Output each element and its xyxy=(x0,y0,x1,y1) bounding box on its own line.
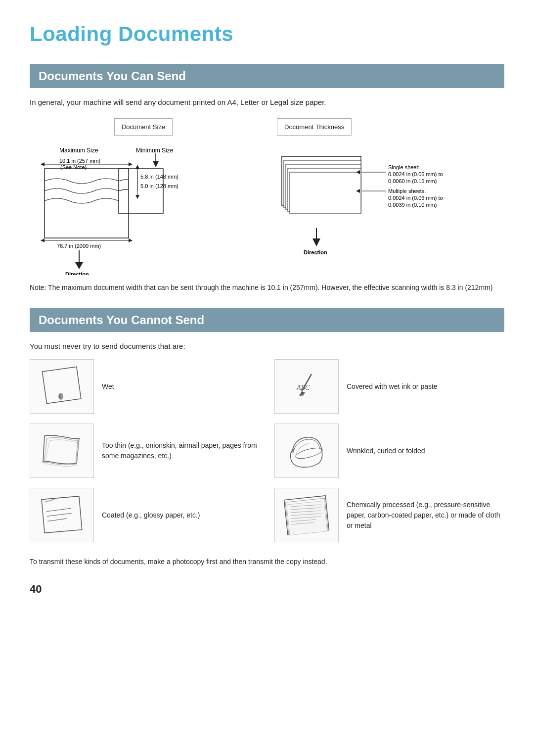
svg-line-51 xyxy=(47,519,67,521)
page-title: Loading Documents xyxy=(30,20,504,49)
document-thickness-label: Document Thickness xyxy=(284,123,344,131)
max-size-label: Maximum Size xyxy=(59,147,98,154)
svg-text:(See Note): (See Note) xyxy=(60,164,87,170)
svg-text:Multiple sheets:: Multiple sheets: xyxy=(388,188,426,194)
section2-header: Documents You Cannot Send xyxy=(30,308,504,332)
svg-text:Direction: Direction xyxy=(304,249,327,255)
svg-rect-2 xyxy=(44,169,129,238)
min-size-label: Minimum Size xyxy=(136,147,174,154)
wrinkled-image xyxy=(274,424,339,478)
wet-image: ò xyxy=(30,359,94,414)
list-item: Too thin (e.g., onionskin, airmail paper… xyxy=(30,424,260,478)
list-item: ò Wet xyxy=(30,359,260,414)
wrinkled-label: Wrinkled, curled or folded xyxy=(347,446,504,456)
you-must-text: You must never try to send documents tha… xyxy=(30,341,504,351)
list-item: ABC Covered with wet ink or paste xyxy=(274,359,504,414)
svg-text:5.8 in (148 mm): 5.8 in (148 mm) xyxy=(140,174,178,180)
document-thickness-label-box: Document Thickness xyxy=(277,118,352,135)
svg-text:Direction: Direction xyxy=(65,271,89,275)
page-number: 40 xyxy=(30,582,504,597)
svg-text:0.0024 in (0.06 mm) to: 0.0024 in (0.06 mm) to xyxy=(388,195,443,201)
list-item: Chemically processed (e.g., pressure-sen… xyxy=(274,488,504,542)
svg-text:Single sheet:: Single sheet: xyxy=(388,164,420,170)
svg-text:5.0 in (128 mm): 5.0 in (128 mm) xyxy=(140,183,178,189)
svg-text:0.0024 in (0.06 mm) to: 0.0024 in (0.06 mm) to xyxy=(388,171,443,177)
svg-rect-55 xyxy=(287,501,327,535)
svg-marker-20 xyxy=(75,262,83,269)
chemical-image xyxy=(274,488,339,542)
document-size-label: Document Size xyxy=(122,123,165,131)
cannot-send-grid: ò Wet ABC Covered with wet ink or paste xyxy=(30,359,504,547)
svg-line-52 xyxy=(44,499,54,502)
svg-line-50 xyxy=(47,513,72,516)
svg-marker-5 xyxy=(41,162,44,166)
section1-header: Documents You Can Send xyxy=(30,64,504,89)
transmit-text: To transmit these kinds of documents, ma… xyxy=(30,557,504,567)
section1-intro: In general, your machine will send any d… xyxy=(30,97,504,107)
svg-text:ABC: ABC xyxy=(296,384,310,391)
svg-marker-1 xyxy=(153,161,159,167)
chemical-label: Chemically processed (e.g., pressure-sen… xyxy=(347,500,504,531)
document-thickness-svg: Single sheet: 0.0024 in (0.06 mm) to 0.0… xyxy=(277,142,455,275)
document-size-svg: Maximum Size Minimum Size 1 xyxy=(30,142,218,275)
svg-point-46 xyxy=(299,393,304,396)
thickness-diagram-area: Document Thickness Single sheet: 0.0024 … xyxy=(267,118,504,277)
coated-image xyxy=(30,488,94,542)
svg-marker-6 xyxy=(129,162,133,166)
svg-marker-17 xyxy=(129,238,133,242)
thin-label: Too thin (e.g., onionskin, airmail paper… xyxy=(102,440,260,461)
diagrams-container: Document Size Maximum Size Minimum Size xyxy=(30,118,504,277)
svg-text:10.1 in (257 mm): 10.1 in (257 mm) xyxy=(59,158,100,164)
document-size-label-box: Document Size xyxy=(114,118,173,135)
svg-line-49 xyxy=(46,508,71,511)
coated-label: Coated (e.g., glossy paper, etc.) xyxy=(102,510,260,520)
svg-text:ò: ò xyxy=(59,394,61,399)
svg-text:0.0039 in (0.10 mm): 0.0039 in (0.10 mm) xyxy=(388,202,437,208)
svg-marker-38 xyxy=(312,238,320,246)
list-item: Wrinkled, curled or folded xyxy=(274,424,504,478)
thin-image xyxy=(30,424,94,478)
note-text: Note: The maximum document width that ca… xyxy=(30,284,492,291)
svg-text:0.0060 in (0.15 mm): 0.0060 in (0.15 mm) xyxy=(388,178,437,184)
svg-rect-26 xyxy=(290,172,361,214)
svg-marker-16 xyxy=(41,238,44,242)
svg-point-47 xyxy=(295,446,323,461)
section1-note: Note: The maximum document width that ca… xyxy=(30,283,504,293)
list-item: Coated (e.g., glossy paper, etc.) xyxy=(30,488,260,542)
wet-ink-label: Covered with wet ink or paste xyxy=(347,381,504,392)
wet-label: Wet xyxy=(102,381,260,392)
size-diagram-area: Document Size Maximum Size Minimum Size xyxy=(30,118,257,277)
svg-text:78.7 in (2000 mm): 78.7 in (2000 mm) xyxy=(57,243,101,249)
wet-ink-image: ABC xyxy=(274,359,339,414)
svg-marker-10 xyxy=(135,165,139,169)
svg-marker-11 xyxy=(135,195,139,199)
